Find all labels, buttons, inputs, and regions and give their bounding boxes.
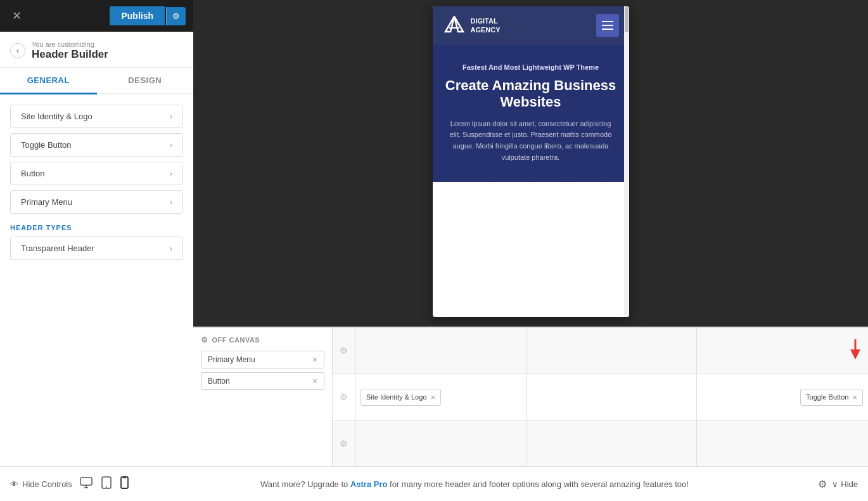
row1-cell-3 xyxy=(697,328,868,374)
bottom-right: ⚙ ∨ Hide xyxy=(818,478,858,490)
bottom-left: 👁 Hide Controls xyxy=(10,474,131,494)
gear-icon: ⚙ xyxy=(340,346,348,356)
menu-item-primary-menu[interactable]: Primary Menu › xyxy=(10,190,183,214)
site-identity-chip: Site Identity & Logo × xyxy=(361,389,441,406)
scroll-thumb xyxy=(625,7,629,32)
section-header-types: HEADER TYPES xyxy=(0,219,193,237)
chevron-right-icon: › xyxy=(170,140,172,150)
svg-rect-5 xyxy=(80,478,92,485)
svg-point-9 xyxy=(106,486,107,488)
hide-button[interactable]: ∨ Hide xyxy=(832,479,858,489)
back-button[interactable]: ‹ xyxy=(10,43,25,58)
row1-cell-2 xyxy=(527,328,698,374)
off-canvas-column: ⚙ OFF CANVAS Primary Menu × Button × xyxy=(193,328,333,466)
builder-rows: ⚙ ⚙ xyxy=(333,328,868,466)
row2-cell-3: Toggle Button × xyxy=(697,374,868,420)
svg-rect-10 xyxy=(121,477,128,488)
publish-area: Publish ⚙ xyxy=(110,6,186,25)
off-canvas-header: ⚙ OFF CANVAS xyxy=(201,335,324,344)
mobile-preview: DIGITAL AGENCY Fastest And Most Lightwei… xyxy=(433,6,629,317)
gear-icon: ⚙ xyxy=(340,392,348,402)
scroll-indicator[interactable] xyxy=(624,6,629,317)
primary-menu-chip: Primary Menu × xyxy=(201,351,324,368)
site-identity-remove-button[interactable]: × xyxy=(430,393,435,402)
hero-description: Lorem ipsum dolor sit amet, consectetuer… xyxy=(445,119,616,163)
left-panel: ‹ You are customizing Header Builder GEN… xyxy=(0,32,193,501)
hide-controls-button[interactable]: 👁 Hide Controls xyxy=(10,479,72,489)
chevron-right-icon: › xyxy=(170,197,172,207)
menu-item-transparent-header[interactable]: Transparent Header › xyxy=(10,237,183,260)
gear-icon[interactable]: ⚙ xyxy=(201,335,208,344)
close-button[interactable]: ✕ xyxy=(8,7,25,25)
hero-title: Create Amazing Business Websites xyxy=(445,77,616,111)
logo-icon xyxy=(443,14,466,37)
hero-subtitle: Fastest And Most Lightweight WP Theme xyxy=(445,63,616,71)
nav-labels: You are customizing Header Builder xyxy=(32,41,108,61)
tab-design[interactable]: DESIGN xyxy=(97,68,194,94)
top-bar: ✕ Publish ⚙ xyxy=(0,0,193,32)
row3-settings[interactable]: ⚙ xyxy=(333,420,355,466)
row2-cell-2 xyxy=(527,374,698,420)
row1-cell-1 xyxy=(355,328,527,374)
logo-text: DIGITAL AGENCY xyxy=(471,16,501,35)
row3-cell-3 xyxy=(697,420,868,466)
header-builder: ⚙ OFF CANVAS Primary Menu × Button × ⚙ xyxy=(193,327,868,466)
toggle-button-remove-button[interactable]: × xyxy=(852,393,857,402)
back-nav: ‹ You are customizing Header Builder xyxy=(0,32,193,68)
button-chip: Button × xyxy=(201,372,324,390)
logo-area: DIGITAL AGENCY xyxy=(443,14,501,37)
publish-settings-button[interactable]: ⚙ xyxy=(166,7,186,25)
bottom-bar: 👁 Hide Controls Want more? Upgrade to As… xyxy=(0,466,868,501)
menu-item-button[interactable]: Button › xyxy=(10,162,183,185)
mobile-header: DIGITAL AGENCY xyxy=(433,6,629,44)
mobile-view-button[interactable] xyxy=(118,474,131,494)
row2-cell-1: Site Identity & Logo × xyxy=(355,374,527,420)
panel-title: Header Builder xyxy=(32,48,108,61)
builder-row-3: ⚙ xyxy=(333,420,868,466)
upgrade-link[interactable]: Astra Pro xyxy=(350,479,388,489)
toggle-button-chip: Toggle Button × xyxy=(800,389,863,406)
row2-settings[interactable]: ⚙ xyxy=(333,374,355,420)
row3-cell-1 xyxy=(355,420,527,466)
customizing-label: You are customizing xyxy=(32,41,108,48)
desktop-view-button[interactable] xyxy=(77,474,95,494)
menu-section: Site Identity & Logo › Toggle Button › B… xyxy=(0,94,193,275)
chevron-right-icon: › xyxy=(170,244,172,253)
bottom-settings-button[interactable]: ⚙ xyxy=(818,478,827,490)
menu-item-site-identity[interactable]: Site Identity & Logo › xyxy=(10,105,183,128)
row3-cell-2 xyxy=(527,420,698,466)
chevron-right-icon: › xyxy=(170,112,172,121)
tabs: GENERAL DESIGN xyxy=(0,68,193,94)
row1-settings[interactable]: ⚙ xyxy=(333,328,355,374)
tab-general[interactable]: GENERAL xyxy=(0,68,97,94)
tablet-view-button[interactable] xyxy=(99,474,114,494)
hamburger-button[interactable] xyxy=(596,14,619,37)
primary-menu-remove-button[interactable]: × xyxy=(312,355,317,364)
device-buttons xyxy=(77,474,131,494)
chevron-right-icon: › xyxy=(170,169,172,178)
svg-marker-0 xyxy=(445,16,454,32)
gear-icon: ⚙ xyxy=(340,438,348,448)
svg-marker-4 xyxy=(850,349,860,360)
button-remove-button[interactable]: × xyxy=(312,377,317,386)
hero-section: Fastest And Most Lightweight WP Theme Cr… xyxy=(433,44,629,182)
builder-row-1: ⚙ xyxy=(333,328,868,374)
eye-icon: 👁 xyxy=(10,479,18,489)
publish-button[interactable]: Publish xyxy=(110,6,165,25)
builder-row-2: ⚙ Site Identity & Logo × Toggle Button × xyxy=(333,374,868,420)
upgrade-notice: Want more? Upgrade to Astra Pro for many… xyxy=(131,479,818,489)
menu-item-toggle-button[interactable]: Toggle Button › xyxy=(10,133,183,157)
svg-marker-1 xyxy=(454,16,463,32)
